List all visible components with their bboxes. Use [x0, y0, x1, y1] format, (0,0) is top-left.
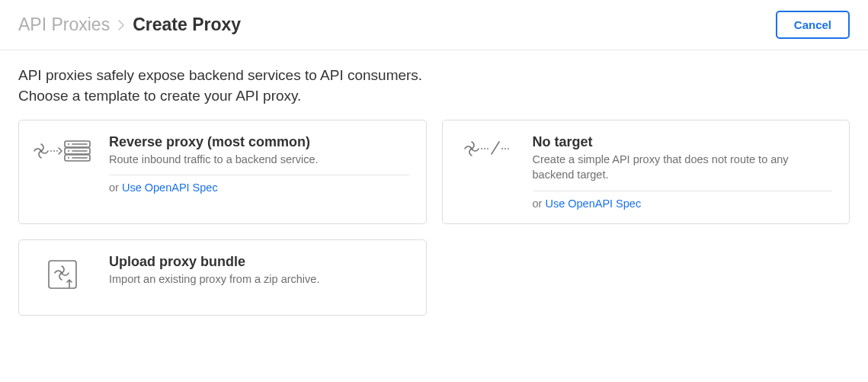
card-desc: Create a simple API proxy that does not …	[533, 152, 833, 183]
cancel-button[interactable]: Cancel	[776, 11, 850, 39]
card-no-target[interactable]: No target Create a simple API proxy that…	[442, 120, 850, 224]
page-title: Create Proxy	[133, 14, 241, 36]
main-content: API proxies safely expose backend servic…	[0, 50, 868, 331]
breadcrumb-parent-link[interactable]: API Proxies	[18, 14, 110, 36]
svg-point-20	[508, 148, 509, 149]
intro-text: API proxies safely expose backend servic…	[18, 66, 850, 106]
svg-point-1	[50, 150, 52, 152]
intro-line-1: API proxies safely expose backend servic…	[18, 66, 850, 86]
svg-point-15	[484, 148, 485, 149]
svg-point-2	[53, 150, 55, 152]
svg-line-17	[492, 142, 499, 154]
card-or-row: or Use OpenAPI Spec	[109, 181, 409, 194]
svg-point-7	[68, 143, 69, 145]
use-openapi-spec-link[interactable]: Use OpenAPI Spec	[545, 197, 641, 210]
card-body: No target Create a simple API proxy that…	[533, 134, 833, 210]
template-grid: Reverse proxy (most common) Route inboun…	[18, 120, 850, 316]
chevron-right-icon	[117, 19, 125, 31]
card-reverse-proxy[interactable]: Reverse proxy (most common) Route inboun…	[18, 120, 427, 224]
card-title: No target	[533, 134, 833, 150]
svg-point-18	[501, 148, 503, 149]
page-header: API Proxies Create Proxy Cancel	[0, 0, 868, 50]
intro-line-2: Choose a template to create your API pro…	[18, 86, 850, 107]
svg-point-14	[481, 148, 482, 149]
or-text: or	[109, 181, 122, 194]
svg-point-19	[504, 148, 506, 149]
card-upload-bundle[interactable]: Upload proxy bundle Import an existing p…	[18, 239, 427, 316]
card-desc: Route inbound traffic to a backend servi…	[109, 152, 409, 167]
card-divider	[533, 191, 833, 191]
card-or-row: or Use OpenAPI Spec	[533, 197, 833, 210]
or-text: or	[533, 197, 546, 210]
card-divider	[109, 175, 409, 175]
breadcrumb: API Proxies Create Proxy	[18, 14, 241, 36]
card-title: Reverse proxy (most common)	[109, 134, 409, 150]
use-openapi-spec-link[interactable]: Use OpenAPI Spec	[122, 181, 218, 194]
card-body: Upload proxy bundle Import an existing p…	[109, 254, 409, 287]
svg-point-16	[487, 148, 488, 149]
card-body: Reverse proxy (most common) Route inboun…	[109, 134, 409, 194]
reverse-proxy-icon	[33, 134, 92, 165]
svg-point-9	[68, 157, 69, 159]
no-target-icon	[456, 134, 516, 160]
svg-point-8	[68, 150, 69, 152]
card-title: Upload proxy bundle	[109, 254, 409, 270]
card-desc: Import an existing proxy from a zip arch…	[109, 271, 409, 287]
upload-bundle-icon	[33, 254, 92, 292]
svg-point-3	[56, 150, 58, 152]
